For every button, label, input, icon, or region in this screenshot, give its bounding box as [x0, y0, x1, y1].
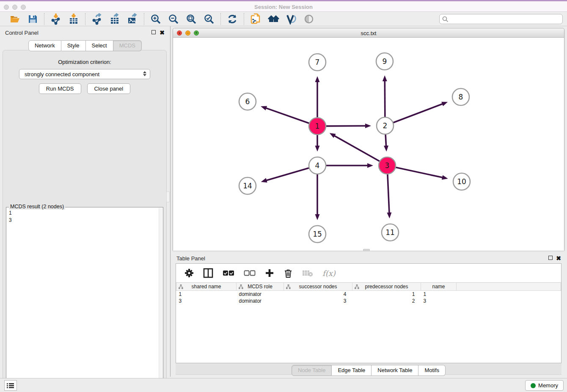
graph-node-4[interactable]: 4 — [309, 157, 326, 174]
arrowhead-icon — [261, 106, 267, 110]
zoom-fit-icon[interactable] — [185, 13, 197, 25]
gear-icon[interactable] — [184, 268, 194, 278]
deselect-all-icon[interactable] — [244, 270, 256, 276]
criterion-select[interactable]: strongly connected component — [19, 69, 150, 79]
vertical-splitter[interactable] — [170, 26, 171, 377]
close-panel-button[interactable]: Close panel — [87, 83, 131, 94]
arrowhead-icon — [330, 133, 336, 138]
search-input[interactable] — [439, 14, 563, 24]
edge-2-8[interactable] — [385, 104, 443, 126]
network-window-titlebar[interactable]: x − + scc.txt — [173, 28, 564, 38]
graph-node-14[interactable]: 14 — [239, 177, 256, 194]
split-columns-icon[interactable] — [203, 268, 213, 278]
tab-node-table[interactable]: Node Table — [292, 365, 332, 376]
graph-node-15[interactable]: 15 — [309, 226, 326, 243]
arrowhead-icon — [315, 214, 320, 220]
svg-text:7: 7 — [315, 58, 320, 66]
open-session-icon[interactable] — [9, 13, 21, 25]
network-canvas[interactable]: 7968124314101511 — [173, 38, 564, 251]
run-mcds-button[interactable]: Run MCDS — [39, 83, 81, 94]
optimization-label: Optimization criterion: — [3, 59, 166, 65]
tab-mcds[interactable]: MCDS — [113, 40, 142, 51]
result-scrollbar[interactable] — [159, 208, 162, 392]
graph-node-9[interactable]: 9 — [376, 53, 393, 70]
save-session-icon[interactable] — [27, 13, 39, 25]
table-toolbar: f(x) — [176, 264, 561, 282]
column-header-name[interactable]: name — [421, 283, 457, 291]
close-panel-icon[interactable]: ✖ — [160, 30, 165, 35]
memory-button[interactable]: Memory — [525, 380, 564, 391]
arrowhead-icon — [441, 102, 448, 106]
column-header-MCDS-role[interactable]: MCDS role — [237, 283, 284, 291]
task-history-button[interactable] — [4, 380, 17, 391]
delete-column-icon[interactable] — [284, 268, 293, 278]
tab-network-table[interactable]: Network Table — [372, 365, 418, 376]
add-column-icon[interactable] — [265, 268, 274, 278]
svg-text:4: 4 — [315, 161, 320, 170]
horizontal-splitter-handle[interactable] — [363, 249, 370, 251]
network-graph: 7968124314101511 — [173, 38, 564, 251]
tab-edge-table[interactable]: Edge Table — [332, 365, 372, 376]
float-panel-icon[interactable] — [151, 30, 156, 35]
list-icon — [7, 383, 14, 389]
svg-text:8: 8 — [459, 93, 463, 101]
graph-node-7[interactable]: 7 — [309, 54, 326, 71]
graph-node-6[interactable]: 6 — [239, 93, 256, 110]
tab-network[interactable]: Network — [28, 40, 61, 51]
function-builder-icon[interactable]: f(x) — [322, 269, 336, 278]
export-image-icon[interactable] — [127, 13, 138, 25]
float-table-panel-icon[interactable] — [548, 256, 553, 261]
import-network-icon[interactable] — [50, 13, 62, 25]
table-row[interactable]: 3dominator323 — [176, 298, 561, 304]
node-table: shared nameMCDS rolesuccessor nodesprede… — [176, 282, 561, 304]
attribute-type-icon — [239, 284, 243, 289]
table-panel-title: Table Panel — [176, 255, 205, 262]
graph-node-8[interactable]: 8 — [452, 88, 469, 105]
graph-node-2[interactable]: 2 — [377, 117, 394, 134]
chevron-updown-icon — [143, 71, 146, 76]
column-header-predecessor-nodes[interactable]: predecessor nodes — [352, 283, 421, 291]
column-header-shared-name[interactable]: shared name — [176, 283, 237, 291]
svg-text:10: 10 — [457, 177, 466, 186]
close-table-panel-icon[interactable]: ✖ — [556, 256, 561, 261]
column-header-successor-nodes[interactable]: successor nodes — [284, 283, 352, 291]
show-hide-icon[interactable] — [303, 13, 315, 25]
graph-node-1[interactable]: 1 — [309, 118, 326, 135]
import-table-icon[interactable] — [68, 13, 80, 25]
export-network-icon[interactable] — [91, 13, 103, 25]
select-all-icon[interactable] — [223, 270, 234, 276]
delete-table-icon[interactable] — [302, 269, 313, 277]
vertical-splitter-handle[interactable] — [166, 191, 170, 202]
first-neighbors-icon[interactable] — [267, 13, 279, 25]
edge-3-1[interactable] — [334, 135, 387, 166]
memory-label: Memory — [538, 382, 558, 389]
svg-text:2: 2 — [383, 121, 388, 130]
svg-text:11: 11 — [385, 228, 395, 237]
new-network-from-selection-icon[interactable] — [250, 13, 261, 25]
graph-node-10[interactable]: 10 — [453, 173, 470, 190]
graph-node-11[interactable]: 11 — [382, 224, 399, 241]
tab-select[interactable]: Select — [86, 40, 113, 51]
arrowhead-icon — [261, 178, 267, 183]
tab-style[interactable]: Style — [61, 40, 86, 51]
graph-node-3[interactable]: 3 — [379, 157, 396, 174]
svg-text:6: 6 — [245, 97, 250, 106]
arrowhead-icon — [383, 75, 387, 81]
arrowhead-icon — [442, 175, 448, 180]
table-row[interactable]: 1dominator411 — [176, 291, 561, 298]
arrowhead-icon — [315, 76, 320, 82]
export-table-icon[interactable] — [109, 13, 121, 25]
svg-text:14: 14 — [243, 182, 252, 190]
arrowhead-icon — [387, 213, 391, 218]
mcds-panel: Optimization criterion: strongly connect… — [3, 50, 167, 392]
vizmap-icon[interactable] — [285, 13, 297, 25]
mcds-result-title: MCDS result (2 nodes) — [9, 204, 65, 210]
zoom-out-icon[interactable] — [168, 13, 179, 25]
mcds-result-box: MCDS result (2 nodes) 1 3 — [6, 207, 163, 392]
apply-layout-icon[interactable] — [226, 13, 238, 25]
memory-status-icon — [531, 383, 536, 388]
zoom-selected-icon[interactable] — [203, 13, 215, 25]
network-view-window: x − + scc.txt 7968124314101511 — [173, 28, 564, 251]
tab-motifs[interactable]: Motifs — [418, 365, 446, 376]
zoom-in-icon[interactable] — [150, 13, 162, 25]
